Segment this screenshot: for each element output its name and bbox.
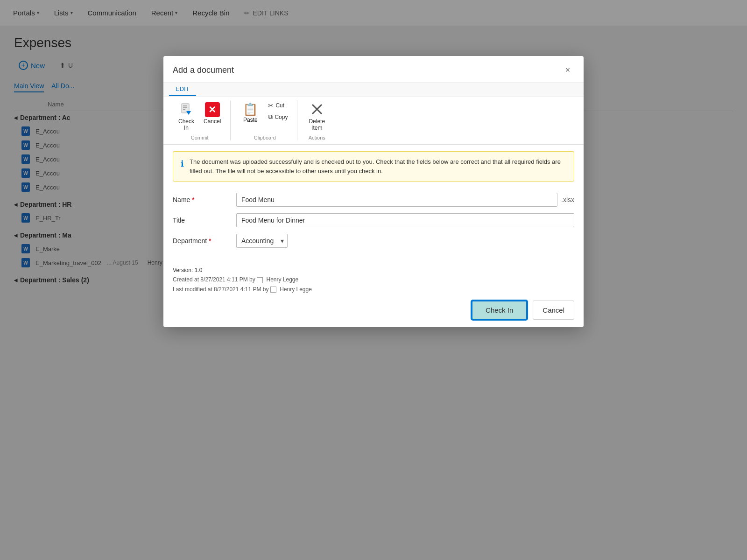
cancel-ribbon-label: Cancel (204, 118, 221, 125)
check-in-icon (179, 102, 194, 117)
department-select[interactable]: Accounting HR Marketing Sales (236, 234, 288, 248)
department-field-row: Department * Accounting HR Marketing Sal… (173, 234, 574, 248)
delete-icon (310, 102, 324, 117)
ribbon-delete-button[interactable]: DeleteItem (305, 100, 329, 133)
ribbon-actions-label: Actions (305, 135, 329, 140)
info-banner: ℹ The document was uploaded successfully… (173, 151, 574, 182)
ribbon-check-in-button[interactable]: CheckIn (175, 100, 198, 133)
cancel-dialog-button[interactable]: Cancel (533, 301, 574, 320)
ribbon-tab-edit[interactable]: EDIT (169, 83, 196, 96)
dialog-footer: Version: 1.0 Created at 8/27/2021 4:11 P… (163, 262, 584, 327)
copy-icon: ⧉ (268, 113, 273, 121)
cancel-icon: ✕ (205, 102, 220, 117)
title-field-row: Title (173, 213, 574, 227)
check-in-ribbon-label: CheckIn (178, 118, 194, 131)
title-input[interactable] (236, 213, 574, 227)
ribbon-cut-button[interactable]: ✂ Cut (264, 100, 291, 111)
paste-icon: 📋 (243, 102, 258, 117)
copy-label: Copy (275, 114, 288, 120)
cut-copy-group: ✂ Cut ⧉ Copy (264, 100, 291, 122)
ribbon-clipboard-buttons: 📋 Paste ✂ Cut ⧉ Copy (238, 100, 291, 133)
ribbon-clipboard-label: Clipboard (238, 135, 291, 140)
modified-checkbox (270, 287, 276, 293)
name-field-row: Name * .xlsx (173, 193, 574, 207)
department-select-wrapper: Accounting HR Marketing Sales (236, 234, 288, 248)
ribbon-actions-buttons: DeleteItem (305, 100, 329, 133)
name-input[interactable] (236, 193, 557, 207)
info-icon: ℹ (181, 158, 184, 170)
name-required-star: * (192, 196, 194, 203)
ribbon-copy-button[interactable]: ⧉ Copy (264, 112, 291, 122)
cut-icon: ✂ (268, 102, 274, 109)
title-label: Title (173, 213, 229, 224)
department-label: Department * (173, 234, 229, 245)
name-input-row: .xlsx (236, 193, 574, 207)
dept-required-star: * (209, 237, 211, 245)
ribbon-paste-button[interactable]: 📋 Paste (238, 100, 262, 125)
meta-info: Version: 1.0 Created at 8/27/2021 4:11 P… (173, 266, 574, 294)
version-text: Version: 1.0 (173, 266, 574, 275)
cut-label: Cut (275, 102, 284, 109)
modified-text: Last modified at 8/27/2021 4:11 PM by He… (173, 285, 574, 294)
ribbon-group-clipboard: 📋 Paste ✂ Cut ⧉ Copy (233, 100, 297, 140)
ribbon-cancel-button[interactable]: ✕ Cancel (200, 100, 225, 126)
created-checkbox (257, 277, 263, 283)
ribbon-group-actions: DeleteItem Actions (299, 100, 334, 140)
created-text: Created at 8/27/2021 4:11 PM by Henry Le… (173, 275, 574, 284)
ribbon-commit-label: Commit (175, 135, 225, 140)
ribbon-content: CheckIn ✕ Cancel Commit 📋 Paste (163, 96, 584, 144)
dialog-title: Add a document (173, 65, 234, 75)
delete-item-label: DeleteItem (309, 118, 325, 131)
check-in-button[interactable]: Check In (472, 301, 527, 320)
name-label: Name * (173, 193, 229, 203)
footer-buttons: Check In Cancel (173, 301, 574, 320)
ribbon-commit-buttons: CheckIn ✕ Cancel (175, 100, 225, 133)
form-body: Name * .xlsx Title Department * Accounti… (163, 188, 584, 262)
paste-label: Paste (243, 117, 258, 123)
file-extension: .xlsx (561, 196, 574, 203)
ribbon-group-commit: CheckIn ✕ Cancel Commit (169, 100, 231, 140)
ribbon-tabs: EDIT (163, 83, 584, 96)
dialog-header: Add a document × (163, 56, 584, 83)
version-label: Version: 1.0 (173, 267, 202, 273)
add-document-dialog: Add a document × EDIT (163, 56, 584, 327)
ribbon: EDIT (163, 83, 584, 145)
dialog-close-button[interactable]: × (561, 63, 574, 77)
info-banner-text: The document was uploaded successfully a… (190, 157, 566, 175)
